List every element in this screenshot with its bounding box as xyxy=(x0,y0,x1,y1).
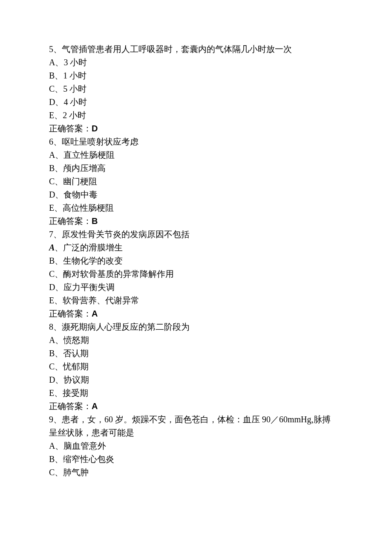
question-option: A、直立性肠梗阻 xyxy=(49,148,343,162)
answer-label: 正确答案： xyxy=(49,216,92,226)
question-option: C、幽门梗阻 xyxy=(49,175,343,188)
question-option: B、1 小时 xyxy=(49,69,343,82)
question-option: B、否认期 xyxy=(49,347,343,360)
document-page: 5、气管插管患者用人工呼吸器时，套囊内的气体隔几小时放一次 A、3 小时 B、1… xyxy=(0,0,392,505)
question-stem: 7、原发性骨关节炎的发病原因不包括 xyxy=(49,228,343,241)
question-option: C、肺气肿 xyxy=(49,466,343,479)
question-stem: 呈丝状脉，患者可能是 xyxy=(49,426,343,439)
answer-label: 正确答案： xyxy=(49,309,92,318)
question-option: E、高位性肠梗阻 xyxy=(49,201,343,215)
question-option: A、脑血管意外 xyxy=(49,439,343,453)
question-option: A、愤怒期 xyxy=(49,334,343,347)
question-option: D、食物中毒 xyxy=(49,188,343,201)
answer-value: D xyxy=(92,124,98,133)
question-option: B、颅内压增高 xyxy=(49,162,343,175)
question-option: E、接受期 xyxy=(49,386,343,400)
answer-line: 正确答案：A xyxy=(49,400,343,413)
answer-value: A xyxy=(92,309,98,318)
question-option: C、5 小时 xyxy=(49,82,343,96)
answer-value: A xyxy=(92,401,98,411)
italic-letter: A xyxy=(49,243,55,252)
question-option: C、忧郁期 xyxy=(49,360,343,373)
answer-label: 正确答案： xyxy=(49,401,92,411)
question-option: B、生物化学的改变 xyxy=(49,254,343,267)
question-option: A、广泛的滑膜增生 xyxy=(49,241,343,254)
answer-line: 正确答案：A xyxy=(49,307,343,320)
answer-line: 正确答案：B xyxy=(49,215,343,228)
question-stem: 5、气管插管患者用人工呼吸器时，套囊内的气体隔几小时放一次 xyxy=(49,43,343,56)
answer-label: 正确答案： xyxy=(49,124,92,133)
answer-value: B xyxy=(92,216,98,226)
question-stem: 8、濒死期病人心理反应的第二阶段为 xyxy=(49,320,343,334)
question-option: C、酶对软骨基质的异常降解作用 xyxy=(49,267,343,281)
question-option: D、协议期 xyxy=(49,373,343,386)
question-option: D、4 小时 xyxy=(49,96,343,109)
question-option: B、缩窄性心包炎 xyxy=(49,453,343,466)
question-stem: 9、患者，女，60 岁。烦躁不安，面色苍白，体检：血压 90／60mmHg,脉搏 xyxy=(49,413,343,426)
option-text: 、广泛的滑膜增生 xyxy=(55,243,123,252)
question-option: A、3 小时 xyxy=(49,56,343,69)
question-stem: 6、呕吐呈喷射状应考虑 xyxy=(49,135,343,148)
answer-line: 正确答案：D xyxy=(49,122,343,135)
question-option: D、应力平衡失调 xyxy=(49,281,343,294)
question-option: E、2 小时 xyxy=(49,109,343,122)
question-option: E、软骨营养、代谢异常 xyxy=(49,294,343,307)
